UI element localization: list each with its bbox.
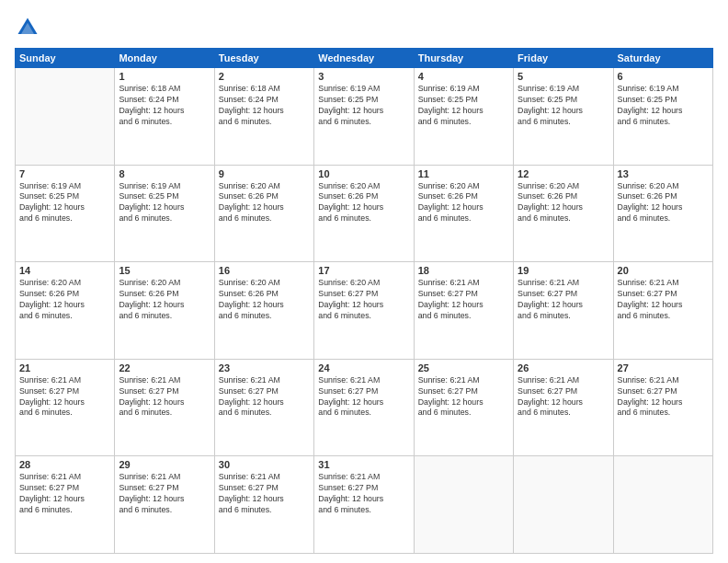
weekday-header-friday: Friday bbox=[514, 49, 613, 68]
week-row-2: 7Sunrise: 6:19 AM Sunset: 6:25 PM Daylig… bbox=[16, 165, 713, 262]
day-number: 26 bbox=[518, 362, 609, 373]
calendar-cell: 15Sunrise: 6:20 AM Sunset: 6:26 PM Dayli… bbox=[115, 262, 214, 360]
calendar-cell: 16Sunrise: 6:20 AM Sunset: 6:26 PM Dayli… bbox=[214, 262, 313, 360]
calendar-cell bbox=[16, 68, 115, 166]
day-number: 4 bbox=[418, 71, 509, 82]
day-info: Sunrise: 6:20 AM Sunset: 6:26 PM Dayligh… bbox=[219, 181, 310, 225]
day-info: Sunrise: 6:18 AM Sunset: 6:24 PM Dayligh… bbox=[219, 84, 310, 128]
day-number: 3 bbox=[318, 71, 409, 82]
week-row-4: 21Sunrise: 6:21 AM Sunset: 6:27 PM Dayli… bbox=[16, 359, 713, 456]
calendar-cell: 18Sunrise: 6:21 AM Sunset: 6:27 PM Dayli… bbox=[414, 262, 513, 360]
day-number: 18 bbox=[418, 265, 509, 276]
calendar-cell: 9Sunrise: 6:20 AM Sunset: 6:26 PM Daylig… bbox=[214, 165, 313, 262]
calendar-cell bbox=[414, 456, 513, 554]
calendar-cell: 24Sunrise: 6:21 AM Sunset: 6:27 PM Dayli… bbox=[314, 359, 414, 456]
day-number: 28 bbox=[19, 459, 110, 470]
week-row-1: 1Sunrise: 6:18 AM Sunset: 6:24 PM Daylig… bbox=[16, 68, 713, 166]
day-info: Sunrise: 6:20 AM Sunset: 6:26 PM Dayligh… bbox=[318, 181, 409, 225]
calendar-cell: 19Sunrise: 6:21 AM Sunset: 6:27 PM Dayli… bbox=[514, 262, 613, 360]
day-info: Sunrise: 6:20 AM Sunset: 6:26 PM Dayligh… bbox=[219, 278, 310, 322]
calendar-cell: 13Sunrise: 6:20 AM Sunset: 6:26 PM Dayli… bbox=[613, 165, 712, 262]
day-info: Sunrise: 6:21 AM Sunset: 6:27 PM Dayligh… bbox=[418, 278, 509, 322]
day-number: 6 bbox=[618, 71, 709, 82]
weekday-header-wednesday: Wednesday bbox=[314, 49, 414, 68]
day-info: Sunrise: 6:19 AM Sunset: 6:25 PM Dayligh… bbox=[19, 181, 110, 225]
day-number: 11 bbox=[418, 168, 509, 179]
calendar-table: SundayMondayTuesdayWednesdayThursdayFrid… bbox=[15, 48, 713, 554]
day-number: 29 bbox=[119, 459, 210, 470]
day-number: 12 bbox=[518, 168, 609, 179]
day-number: 17 bbox=[318, 265, 409, 276]
calendar-cell: 31Sunrise: 6:21 AM Sunset: 6:27 PM Dayli… bbox=[314, 456, 414, 554]
calendar-cell: 3Sunrise: 6:19 AM Sunset: 6:25 PM Daylig… bbox=[314, 68, 414, 166]
day-number: 13 bbox=[618, 168, 709, 179]
day-info: Sunrise: 6:21 AM Sunset: 6:27 PM Dayligh… bbox=[119, 472, 210, 516]
day-info: Sunrise: 6:21 AM Sunset: 6:27 PM Dayligh… bbox=[219, 472, 310, 516]
day-info: Sunrise: 6:21 AM Sunset: 6:27 PM Dayligh… bbox=[19, 375, 110, 419]
day-info: Sunrise: 6:21 AM Sunset: 6:27 PM Dayligh… bbox=[418, 375, 509, 419]
day-info: Sunrise: 6:20 AM Sunset: 6:26 PM Dayligh… bbox=[19, 278, 110, 322]
day-info: Sunrise: 6:21 AM Sunset: 6:27 PM Dayligh… bbox=[19, 472, 110, 516]
calendar-cell: 12Sunrise: 6:20 AM Sunset: 6:26 PM Dayli… bbox=[514, 165, 613, 262]
day-info: Sunrise: 6:20 AM Sunset: 6:26 PM Dayligh… bbox=[119, 278, 210, 322]
day-info: Sunrise: 6:20 AM Sunset: 6:26 PM Dayligh… bbox=[418, 181, 509, 225]
day-number: 22 bbox=[119, 362, 210, 373]
weekday-header-saturday: Saturday bbox=[613, 49, 712, 68]
calendar-cell: 4Sunrise: 6:19 AM Sunset: 6:25 PM Daylig… bbox=[414, 68, 513, 166]
calendar-cell: 27Sunrise: 6:21 AM Sunset: 6:27 PM Dayli… bbox=[613, 359, 712, 456]
calendar-cell: 14Sunrise: 6:20 AM Sunset: 6:26 PM Dayli… bbox=[16, 262, 115, 360]
header bbox=[15, 15, 713, 40]
calendar-cell: 21Sunrise: 6:21 AM Sunset: 6:27 PM Dayli… bbox=[16, 359, 115, 456]
day-info: Sunrise: 6:19 AM Sunset: 6:25 PM Dayligh… bbox=[518, 84, 609, 128]
calendar-cell: 5Sunrise: 6:19 AM Sunset: 6:25 PM Daylig… bbox=[514, 68, 613, 166]
page: SundayMondayTuesdayWednesdayThursdayFrid… bbox=[0, 0, 728, 563]
generalblue-icon bbox=[15, 15, 40, 40]
day-number: 25 bbox=[418, 362, 509, 373]
calendar-cell: 20Sunrise: 6:21 AM Sunset: 6:27 PM Dayli… bbox=[613, 262, 712, 360]
day-number: 7 bbox=[19, 168, 110, 179]
day-number: 10 bbox=[318, 168, 409, 179]
day-number: 8 bbox=[119, 168, 210, 179]
day-number: 20 bbox=[618, 265, 709, 276]
day-number: 31 bbox=[318, 459, 409, 470]
day-number: 15 bbox=[119, 265, 210, 276]
day-info: Sunrise: 6:21 AM Sunset: 6:27 PM Dayligh… bbox=[518, 375, 609, 419]
day-number: 1 bbox=[119, 71, 210, 82]
calendar-cell: 25Sunrise: 6:21 AM Sunset: 6:27 PM Dayli… bbox=[414, 359, 513, 456]
day-info: Sunrise: 6:20 AM Sunset: 6:26 PM Dayligh… bbox=[618, 181, 709, 225]
day-info: Sunrise: 6:19 AM Sunset: 6:25 PM Dayligh… bbox=[318, 84, 409, 128]
day-number: 27 bbox=[618, 362, 709, 373]
calendar-cell: 6Sunrise: 6:19 AM Sunset: 6:25 PM Daylig… bbox=[613, 68, 712, 166]
calendar-cell: 23Sunrise: 6:21 AM Sunset: 6:27 PM Dayli… bbox=[214, 359, 313, 456]
weekday-header-tuesday: Tuesday bbox=[214, 49, 313, 68]
calendar-cell bbox=[613, 456, 712, 554]
day-number: 19 bbox=[518, 265, 609, 276]
day-info: Sunrise: 6:21 AM Sunset: 6:27 PM Dayligh… bbox=[518, 278, 609, 322]
day-number: 9 bbox=[219, 168, 310, 179]
calendar-cell: 26Sunrise: 6:21 AM Sunset: 6:27 PM Dayli… bbox=[514, 359, 613, 456]
day-info: Sunrise: 6:21 AM Sunset: 6:27 PM Dayligh… bbox=[119, 375, 210, 419]
calendar-cell: 2Sunrise: 6:18 AM Sunset: 6:24 PM Daylig… bbox=[214, 68, 313, 166]
calendar-cell: 11Sunrise: 6:20 AM Sunset: 6:26 PM Dayli… bbox=[414, 165, 513, 262]
day-number: 24 bbox=[318, 362, 409, 373]
day-info: Sunrise: 6:19 AM Sunset: 6:25 PM Dayligh… bbox=[618, 84, 709, 128]
calendar-cell: 22Sunrise: 6:21 AM Sunset: 6:27 PM Dayli… bbox=[115, 359, 214, 456]
weekday-header-monday: Monday bbox=[115, 49, 214, 68]
day-info: Sunrise: 6:21 AM Sunset: 6:27 PM Dayligh… bbox=[618, 375, 709, 419]
day-info: Sunrise: 6:21 AM Sunset: 6:27 PM Dayligh… bbox=[318, 472, 409, 516]
week-row-3: 14Sunrise: 6:20 AM Sunset: 6:26 PM Dayli… bbox=[16, 262, 713, 360]
calendar-cell: 7Sunrise: 6:19 AM Sunset: 6:25 PM Daylig… bbox=[16, 165, 115, 262]
day-number: 2 bbox=[219, 71, 310, 82]
calendar-cell: 17Sunrise: 6:20 AM Sunset: 6:27 PM Dayli… bbox=[314, 262, 414, 360]
calendar-cell: 1Sunrise: 6:18 AM Sunset: 6:24 PM Daylig… bbox=[115, 68, 214, 166]
day-number: 23 bbox=[219, 362, 310, 373]
day-info: Sunrise: 6:21 AM Sunset: 6:27 PM Dayligh… bbox=[318, 375, 409, 419]
weekday-header-row: SundayMondayTuesdayWednesdayThursdayFrid… bbox=[16, 49, 713, 68]
day-info: Sunrise: 6:19 AM Sunset: 6:25 PM Dayligh… bbox=[418, 84, 509, 128]
week-row-5: 28Sunrise: 6:21 AM Sunset: 6:27 PM Dayli… bbox=[16, 456, 713, 554]
calendar-cell: 10Sunrise: 6:20 AM Sunset: 6:26 PM Dayli… bbox=[314, 165, 414, 262]
weekday-header-thursday: Thursday bbox=[414, 49, 513, 68]
day-info: Sunrise: 6:18 AM Sunset: 6:24 PM Dayligh… bbox=[119, 84, 210, 128]
calendar-cell bbox=[514, 456, 613, 554]
calendar-cell: 8Sunrise: 6:19 AM Sunset: 6:25 PM Daylig… bbox=[115, 165, 214, 262]
